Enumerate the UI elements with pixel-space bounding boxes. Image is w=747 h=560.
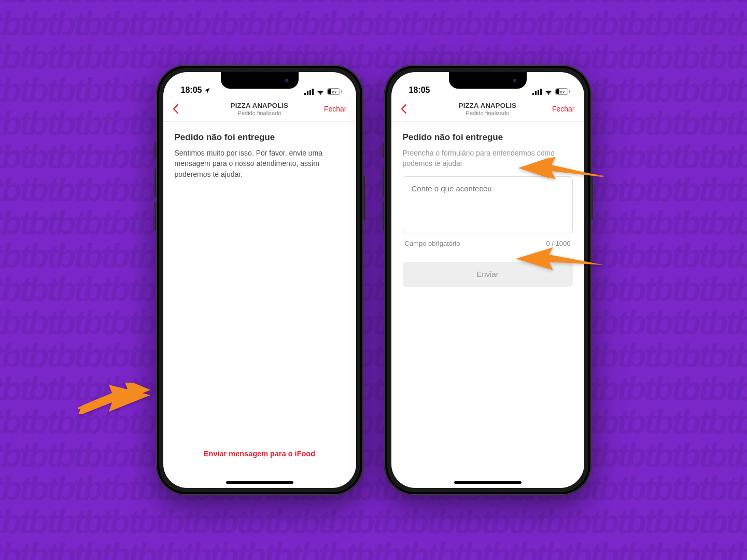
svg-rect-0 [304,93,306,95]
close-button[interactable]: Fechar [324,105,347,113]
svg-text:27: 27 [332,90,336,94]
wifi-icon [316,89,325,95]
device-notch [449,72,527,89]
svg-rect-13 [556,89,559,94]
svg-rect-11 [540,89,542,95]
status-time: 18:05 [409,86,430,95]
svg-rect-6 [341,90,342,93]
device-notch [221,72,299,89]
svg-rect-8 [532,93,534,95]
stage: 18:05 27 [0,0,747,560]
phone-mockup-1: 18:05 27 [156,65,363,495]
cellular-icon [304,89,314,95]
back-button[interactable] [401,104,412,114]
screen1-body: Sentimos muito por isso. Por favor, envi… [175,148,345,179]
cellular-icon [532,89,542,95]
home-indicator[interactable] [226,481,293,484]
svg-rect-9 [535,91,537,95]
svg-marker-20 [516,247,604,270]
annotation-arrow-icon [516,246,604,275]
status-time: 18:05 [181,86,202,95]
svg-rect-14 [569,90,570,93]
svg-rect-2 [309,90,311,95]
phone-mockup-2: 18:05 27 [384,65,591,495]
screen1-content: Pedido não foi entregue Sentimos muito p… [163,122,356,488]
annotation-arrow-icon [518,156,607,187]
navbar: PIZZA ANAPOLIS Pedido finalizado Fechar [391,96,584,122]
wifi-icon [544,89,553,95]
close-button[interactable]: Fechar [552,105,575,113]
send-message-link[interactable]: Enviar mensagem para o iFood [175,450,345,458]
battery-icon: 27 [555,88,570,95]
navbar: PIZZA ANAPOLIS Pedido finalizado Fechar [163,96,356,122]
required-label: Campo obrigatório [405,240,460,247]
battery-icon: 27 [327,88,342,95]
svg-rect-3 [312,89,314,95]
svg-rect-5 [328,89,331,94]
location-icon [204,87,210,94]
svg-rect-10 [538,90,539,95]
svg-text:27: 27 [560,90,565,94]
annotation-arrow-icon [78,383,150,414]
home-indicator[interactable] [454,481,522,484]
back-button[interactable] [173,104,184,114]
svg-marker-19 [518,157,607,179]
screen1-heading: Pedido não foi entregue [175,132,345,143]
svg-rect-1 [307,91,308,95]
screen2-heading: Pedido não foi entregue [403,132,573,143]
